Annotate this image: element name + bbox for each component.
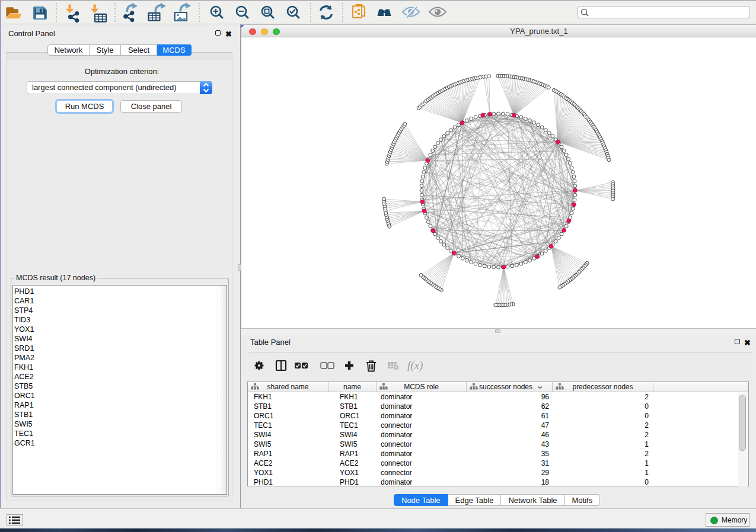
svg-text:f(x): f(x) [407, 359, 423, 372]
